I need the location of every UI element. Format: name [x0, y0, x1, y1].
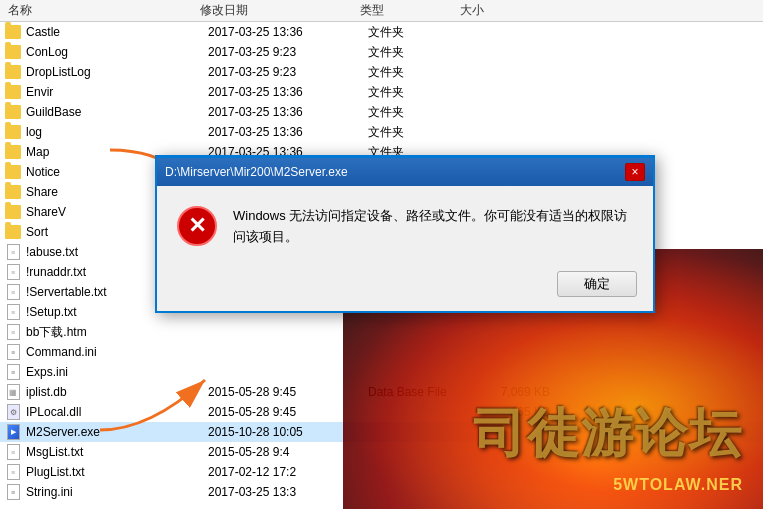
file-row[interactable]: Envir2017-03-25 13:36文件夹: [0, 82, 763, 102]
file-name: String.ini: [26, 485, 208, 499]
file-name: GuildBase: [26, 105, 208, 119]
file-type: 文件夹: [368, 124, 468, 141]
watermark-chinese: 司徒游论坛: [473, 399, 743, 469]
file-date: 2017-03-25 9:23: [208, 45, 368, 59]
file-name: PlugList.txt: [26, 465, 208, 479]
dialog-close-button[interactable]: ×: [625, 163, 645, 181]
file-date: 2017-03-25 13:36: [208, 25, 368, 39]
dialog-titlebar: D:\Mirserver\Mir200\M2Server.exe ×: [157, 158, 653, 186]
txt-icon: [4, 464, 22, 480]
error-circle: ✕: [177, 206, 217, 246]
file-name: Exps.ini: [26, 365, 208, 379]
txt-icon: [4, 264, 22, 280]
file-row[interactable]: Castle2017-03-25 13:36文件夹: [0, 22, 763, 42]
ini-icon: [4, 484, 22, 500]
col-header-date: 修改日期: [200, 2, 360, 19]
txt-icon: [4, 244, 22, 260]
file-date: 2017-03-25 13:36: [208, 105, 368, 119]
folder-icon: [4, 124, 22, 140]
file-date: 2017-03-25 13:36: [208, 85, 368, 99]
file-type: 文件夹: [368, 64, 468, 81]
dialog-footer: 确定: [157, 263, 653, 311]
file-name: Castle: [26, 25, 208, 39]
dialog-ok-button[interactable]: 确定: [557, 271, 637, 297]
explorer-header: 名称 修改日期 类型 大小: [0, 0, 763, 22]
db-icon: [4, 384, 22, 400]
error-icon: ✕: [177, 206, 217, 246]
file-row[interactable]: log2017-03-25 13:36文件夹: [0, 122, 763, 142]
dll-icon: [4, 404, 22, 420]
file-name: M2Server.exe: [26, 425, 208, 439]
file-name: iplist.db: [26, 385, 208, 399]
col-header-name: 名称: [0, 2, 200, 19]
dialog-title: D:\Mirserver\Mir200\M2Server.exe: [165, 165, 348, 179]
file-name: Command.ini: [26, 345, 208, 359]
dialog-message: Windows 无法访问指定设备、路径或文件。你可能没有适当的权限访问该项目。: [233, 206, 633, 248]
folder-icon: [4, 24, 22, 40]
file-date: 2017-03-25 13:36: [208, 125, 368, 139]
file-row[interactable]: ConLog2017-03-25 9:23文件夹: [0, 42, 763, 62]
error-dialog[interactable]: D:\Mirserver\Mir200\M2Server.exe × ✕ Win…: [155, 155, 655, 313]
folder-icon: [4, 144, 22, 160]
txt-icon: [4, 444, 22, 460]
file-type: 文件夹: [368, 104, 468, 121]
file-row[interactable]: DropListLog2017-03-25 9:23文件夹: [0, 62, 763, 82]
ini-icon: [4, 364, 22, 380]
file-name: ConLog: [26, 45, 208, 59]
txt-icon: [4, 324, 22, 340]
file-name: bb下载.htm: [26, 324, 208, 341]
file-date: 2017-03-25 9:23: [208, 65, 368, 79]
file-name: Envir: [26, 85, 208, 99]
txt-icon: [4, 304, 22, 320]
file-type: 文件夹: [368, 24, 468, 41]
file-type: 文件夹: [368, 44, 468, 61]
file-name: log: [26, 125, 208, 139]
watermark-english: 5WTOLAW.NER: [613, 476, 743, 494]
ini-icon: [4, 344, 22, 360]
error-x-symbol: ✕: [188, 215, 206, 237]
folder-icon: [4, 204, 22, 220]
txt-icon: [4, 284, 22, 300]
file-name: DropListLog: [26, 65, 208, 79]
folder-icon: [4, 44, 22, 60]
folder-icon: [4, 184, 22, 200]
file-row[interactable]: GuildBase2017-03-25 13:36文件夹: [0, 102, 763, 122]
file-type: 文件夹: [368, 84, 468, 101]
col-header-size: 大小: [460, 2, 560, 19]
folder-icon: [4, 64, 22, 80]
folder-icon: [4, 224, 22, 240]
folder-icon: [4, 104, 22, 120]
folder-icon: [4, 164, 22, 180]
col-header-type: 类型: [360, 2, 460, 19]
file-name: IPLocal.dll: [26, 405, 208, 419]
exe-icon: [4, 424, 22, 440]
dialog-body: ✕ Windows 无法访问指定设备、路径或文件。你可能没有适当的权限访问该项目…: [157, 186, 653, 263]
folder-icon: [4, 84, 22, 100]
file-name: MsgList.txt: [26, 445, 208, 459]
